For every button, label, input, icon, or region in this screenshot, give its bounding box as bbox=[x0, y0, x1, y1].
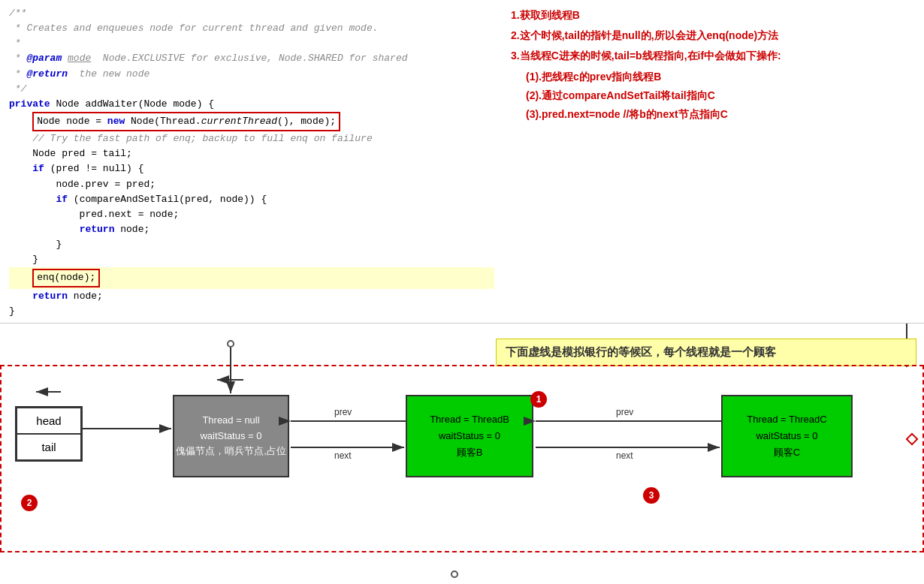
badge-3: 3 bbox=[643, 487, 660, 504]
code-panel: /** * Creates and enqueues node for curr… bbox=[0, 0, 503, 323]
thread-b-node: Thread = ThreadB waitStatus = 0 顾客B bbox=[406, 395, 533, 477]
diagram-panel: 下面虚线是模拟银行的等候区，每个线程就是一个顾客 head tail 2 Thr… bbox=[0, 323, 924, 584]
connector-circle-bottom bbox=[451, 570, 458, 578]
threadb-line3: 顾客B bbox=[457, 444, 483, 461]
sentinel-line2: waitStatus = 0 bbox=[200, 429, 261, 444]
threadc-line1: Thread = ThreadC bbox=[747, 411, 826, 428]
thread-c-node: Thread = ThreadC waitStatus = 0 顾客C bbox=[721, 395, 853, 477]
sentinel-line3: 傀儡节点，哨兵节点,占位 bbox=[176, 444, 286, 459]
threadb-line2: waitStatus = 0 bbox=[439, 428, 500, 444]
annotation-sub2: (2).通过compareAndSetTail将tail指向C bbox=[526, 86, 916, 105]
connector-circle-sentinel bbox=[227, 340, 234, 348]
annotation-1: 1.获取到线程B bbox=[511, 6, 916, 25]
annotation-3: 3.当线程C进来的时候,tail=b线程指向,在if中会做如下操作: bbox=[511, 47, 916, 65]
threadc-line3: 顾客C bbox=[774, 444, 800, 461]
head-cell: head bbox=[17, 408, 81, 434]
sentinel-node: Thread = null waitStatus = 0 傀儡节点，哨兵节点,占… bbox=[173, 395, 289, 477]
annotation-sub1: (1).把线程c的prev指向线程B bbox=[526, 68, 916, 86]
threadc-line2: waitStatus = 0 bbox=[756, 428, 817, 444]
badge-1: 1 bbox=[530, 391, 547, 408]
sentinel-line1: Thread = null bbox=[202, 413, 259, 429]
annotations-panel: 1.获取到线程B 2.这个时候,tail的指针是null的,所以会进入enq(n… bbox=[511, 6, 916, 124]
code-comment-1: /** * Creates and enqueues node for curr… bbox=[9, 8, 408, 95]
annotation-2: 2.这个时候,tail的指针是null的,所以会进入enq(node)方法 bbox=[511, 26, 916, 45]
yellow-note: 下面虚线是模拟银行的等候区，每个线程就是一个顾客 bbox=[496, 339, 916, 366]
code-keyword-private: private bbox=[9, 98, 50, 110]
code-highlight-new-node: Node node = new Node(Thread.currentThrea… bbox=[32, 112, 340, 131]
code-highlight-enq: enq(node); bbox=[32, 269, 100, 287]
head-tail-box: head tail bbox=[15, 406, 83, 462]
annotation-sub3: (3).pred.next=node //将b的next节点指向C bbox=[526, 105, 916, 124]
badge-2: 2 bbox=[21, 495, 38, 511]
tail-cell: tail bbox=[17, 434, 81, 460]
threadb-line1: Thread = ThreadB bbox=[430, 411, 509, 428]
